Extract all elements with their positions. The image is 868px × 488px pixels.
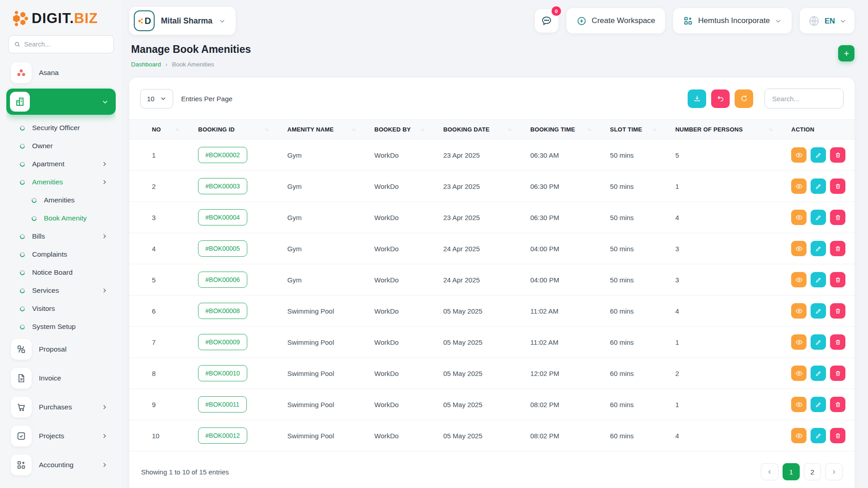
column-header[interactable]: BOOKED BY ↑↓ [363, 120, 432, 140]
reset-button[interactable] [711, 89, 730, 108]
column-header[interactable]: BOOKING ID ↑↓ [187, 120, 276, 140]
sidebar-search-input[interactable] [24, 41, 108, 48]
view-button[interactable] [791, 241, 807, 256]
page-button[interactable]: 1 [783, 463, 800, 480]
booking-id-badge[interactable]: #BOK00011 [198, 396, 246, 413]
booking-id-badge[interactable]: #BOK00003 [198, 178, 247, 194]
entries-per-page-select[interactable]: 10 [140, 89, 173, 108]
sidebar-item[interactable]: Projects [6, 423, 116, 449]
sort-icon[interactable]: ↑↓ [265, 127, 269, 132]
column-header[interactable]: BOOKING TIME ↑↓ [519, 120, 599, 140]
booking-id-badge[interactable]: #BOK00010 [198, 365, 247, 381]
column-header[interactable]: NUMBER OF PERSONS ↑↓ [665, 120, 781, 140]
delete-button[interactable] [830, 272, 845, 287]
sort-icon[interactable]: ↑↓ [175, 127, 179, 132]
messages-button[interactable]: 0 [535, 9, 558, 33]
delete-button[interactable] [830, 241, 845, 256]
sidebar-item[interactable]: System Setup [6, 318, 116, 335]
sidebar-item[interactable]: Accounting [6, 452, 116, 478]
next-page-button[interactable] [825, 463, 843, 480]
view-button[interactable] [791, 210, 807, 225]
sidebar-item[interactable]: Services [6, 282, 116, 299]
delete-button[interactable] [830, 147, 845, 163]
view-button[interactable] [791, 178, 807, 194]
sort-icon[interactable]: ↑↓ [769, 127, 772, 132]
edit-button[interactable] [811, 397, 826, 412]
cell-amenity-name: Gym [277, 233, 363, 264]
refresh-button[interactable] [735, 89, 753, 108]
bullet-icon [19, 178, 26, 185]
page-button[interactable]: 2 [804, 463, 821, 480]
booking-id-badge[interactable]: #BOK00004 [198, 209, 247, 225]
sort-icon[interactable]: ↑↓ [653, 127, 656, 132]
export-button[interactable] [688, 89, 706, 108]
table-search-input[interactable] [764, 89, 844, 108]
workspace-selector[interactable]: Hemtush Incorporate [673, 8, 792, 33]
sort-icon[interactable]: ↑↓ [587, 127, 591, 132]
language-selector[interactable]: EN [800, 8, 854, 33]
sidebar-item[interactable]: Purchases [6, 394, 116, 420]
edit-button[interactable] [811, 241, 826, 256]
column-header[interactable]: SLOT TIME ↑↓ [599, 120, 664, 140]
breadcrumb: Dashboard › Book Amenities [131, 61, 251, 68]
booking-id-badge[interactable]: #BOK00006 [198, 272, 247, 288]
delete-button[interactable] [830, 210, 845, 225]
edit-button[interactable] [811, 334, 826, 350]
brand-logo[interactable]: DIGIT.BIZ [6, 7, 116, 34]
column-header[interactable]: NO ↑↓ [129, 120, 187, 140]
sort-icon[interactable]: ↑↓ [508, 127, 511, 132]
delete-button[interactable] [830, 397, 845, 412]
breadcrumb-dashboard-link[interactable]: Dashboard [131, 61, 161, 68]
delete-button[interactable] [830, 178, 845, 194]
add-booking-button[interactable] [838, 45, 854, 61]
delete-button[interactable] [830, 366, 845, 381]
booking-id-badge[interactable]: #BOK00002 [198, 147, 247, 163]
delete-button[interactable] [830, 428, 845, 443]
booking-id-badge[interactable]: #BOK00005 [198, 240, 247, 257]
view-button[interactable] [791, 303, 807, 319]
booking-id-badge[interactable]: #BOK00012 [198, 427, 247, 444]
prev-page-button[interactable] [761, 463, 778, 480]
sidebar-item[interactable]: Invoice [6, 365, 116, 391]
create-workspace-button[interactable]: Create Workspace [566, 8, 665, 33]
booking-id-badge[interactable]: #BOK00009 [198, 334, 247, 350]
sidebar-item[interactable]: Asana [6, 60, 116, 86]
sidebar-nav: Asana Society Manage [6, 60, 116, 482]
delete-button[interactable] [830, 334, 845, 350]
edit-button[interactable] [811, 303, 826, 319]
edit-button[interactable] [811, 210, 826, 225]
sidebar-item[interactable]: Apartment [6, 155, 116, 173]
edit-button[interactable] [811, 178, 826, 194]
user-menu[interactable]: D Mitali Sharma [129, 7, 236, 35]
sidebar-item[interactable]: Society Manage [6, 89, 116, 115]
sidebar-item[interactable]: Proposal [6, 336, 116, 362]
sidebar-item[interactable]: Bills [6, 228, 116, 245]
sort-icon[interactable]: ↑↓ [352, 127, 355, 132]
sidebar-item[interactable]: Amenities [6, 192, 116, 209]
view-button[interactable] [791, 147, 807, 163]
column-header[interactable]: BOOKING DATE ↑↓ [432, 120, 519, 140]
sort-icon[interactable]: ↑↓ [420, 127, 424, 132]
column-header[interactable]: AMENITY NAME ↑↓ [277, 120, 363, 140]
sidebar-item[interactable]: Visitors [6, 300, 116, 317]
delete-button[interactable] [830, 303, 845, 319]
sidebar-item[interactable]: Book Amenity [6, 210, 116, 227]
sidebar-item[interactable]: Owner [6, 137, 116, 155]
view-button[interactable] [791, 366, 807, 381]
sidebar-item-label: Accounting [39, 461, 94, 469]
sidebar-item[interactable]: Security Officer [6, 119, 116, 136]
view-button[interactable] [791, 428, 807, 443]
view-button[interactable] [791, 272, 807, 287]
cell-booking-date: 05 May 2025 [432, 296, 519, 327]
edit-button[interactable] [811, 147, 826, 163]
view-button[interactable] [791, 334, 807, 350]
sidebar-item[interactable]: Complaints [6, 246, 116, 263]
column-header[interactable]: ACTION [780, 120, 854, 140]
edit-button[interactable] [811, 366, 826, 381]
booking-id-badge[interactable]: #BOK00008 [198, 303, 247, 319]
sidebar-item[interactable]: Notice Board [6, 264, 116, 281]
view-button[interactable] [791, 397, 807, 412]
edit-button[interactable] [811, 428, 826, 443]
edit-button[interactable] [811, 272, 826, 287]
sidebar-item[interactable]: Amenities [6, 174, 116, 191]
